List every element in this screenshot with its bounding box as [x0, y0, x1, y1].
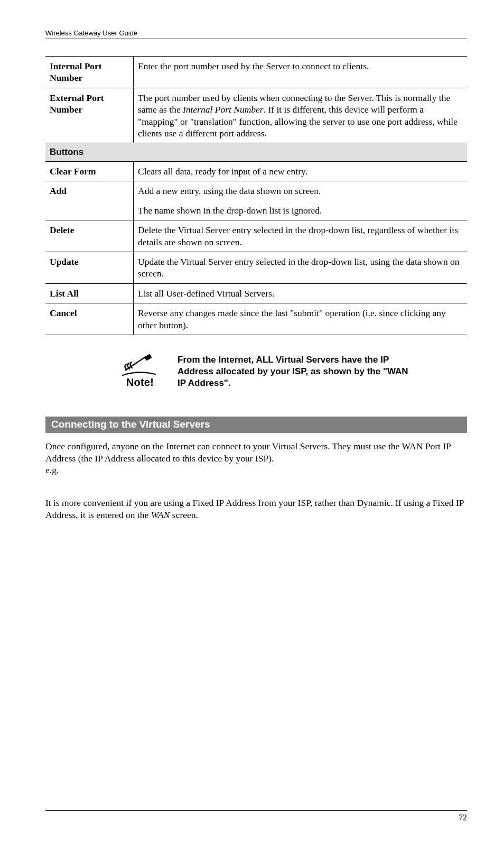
section-para-2: It is more convenient if you are using a…: [45, 497, 467, 521]
row-text-internal-port: Enter the port number used by the Server…: [134, 57, 468, 88]
table-row: List All List all User-defined Virtual S…: [45, 283, 467, 303]
note-label: Note!: [118, 376, 162, 389]
row-label-external-port: External Port Number: [45, 88, 134, 143]
section-para1-text: Once configured, anyone on the Internet …: [45, 441, 451, 463]
row-text-clear-form: Clears all data, ready for input of a ne…: [134, 162, 468, 181]
section-para2-post: screen.: [170, 510, 198, 520]
row-label-list-all: List All: [45, 283, 134, 303]
section-para-1: Once configured, anyone on the Internet …: [45, 440, 467, 476]
row-text-add-2: The name shown in the drop-down list is …: [134, 201, 468, 220]
table-row: Internal Port Number Enter the port numb…: [45, 57, 467, 88]
row-text-delete: Delete the Virtual Server entry selected…: [134, 220, 468, 252]
table-row: Add Add a new entry, using the data show…: [45, 181, 467, 201]
definitions-table: Internal Port Number Enter the port numb…: [45, 56, 467, 335]
section-para2-pre: It is more convenient if you are using a…: [45, 497, 464, 520]
buttons-header: Buttons: [45, 143, 467, 162]
section-para2-italic: WAN: [151, 510, 170, 520]
footer: 72: [45, 810, 467, 823]
row-text-update: Update the Virtual Server entry selected…: [134, 252, 468, 284]
row-text-external-port: The port number used by clients when con…: [134, 88, 468, 143]
table-row: Cancel Reverse any changes made since th…: [45, 303, 467, 335]
row-label-delete: Delete: [45, 220, 134, 252]
page-number: 72: [459, 813, 467, 822]
header-title: Wireless Gateway User Guide: [45, 29, 467, 39]
row-label-cancel: Cancel: [45, 303, 134, 335]
row-text-italic: Internal Port Number: [183, 104, 264, 115]
section-heading-connecting: Connecting to the Virtual Servers: [45, 417, 467, 433]
row-text-cancel: Reverse any changes made since the last …: [134, 303, 468, 335]
note-icon-wrap: Note!: [118, 351, 162, 389]
pen-hand-icon: [122, 354, 158, 377]
row-label-clear-form: Clear Form: [45, 162, 134, 181]
row-label-add: Add: [45, 181, 134, 220]
row-text-list-all: List all User-defined Virtual Servers.: [134, 283, 468, 303]
note-block: Note! From the Internet, ALL Virtual Ser…: [118, 351, 414, 389]
note-text: From the Internet, ALL Virtual Servers h…: [178, 351, 414, 389]
table-row: External Port Number The port number use…: [45, 88, 467, 143]
table-row: Update Update the Virtual Server entry s…: [45, 252, 467, 284]
buttons-header-row: Buttons: [45, 143, 467, 162]
table-row: Delete Delete the Virtual Server entry s…: [45, 220, 467, 252]
row-text-add-1: Add a new entry, using the data shown on…: [134, 181, 468, 201]
table-row: Clear Form Clears all data, ready for in…: [45, 162, 467, 181]
row-label-update: Update: [45, 252, 134, 284]
section-para1b-text: e.g.: [45, 465, 59, 475]
row-label-internal-port: Internal Port Number: [45, 57, 134, 88]
